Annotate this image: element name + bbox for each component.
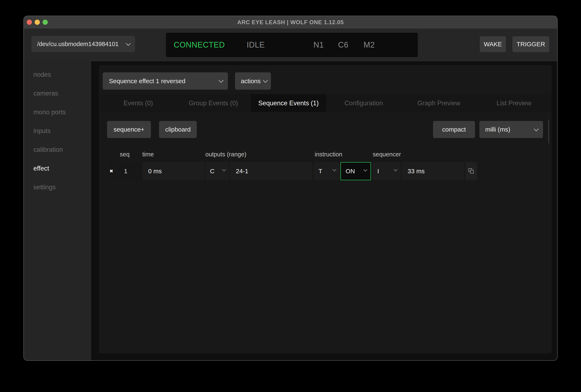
- chevron-down-icon: [126, 41, 131, 46]
- chevron-down-icon: [332, 168, 336, 171]
- desktop: ARC EYE LEASH | WOLF ONE 1.12.05 /dev/cu…: [0, 0, 581, 392]
- sidebar: nodes cameras mono ports inputs calibrat…: [24, 61, 91, 361]
- row-duplicate-button[interactable]: [466, 162, 477, 180]
- zoom-icon[interactable]: [42, 19, 48, 25]
- status-indicator-m2: M2: [364, 40, 375, 49]
- column-header-seq: seq: [120, 151, 130, 158]
- sidebar-item-effect[interactable]: effect: [34, 164, 49, 173]
- tab-events[interactable]: Events (0): [100, 94, 176, 112]
- tab-strip: Events (0) Group Events (0) Sequence Eve…: [100, 94, 552, 112]
- trigger-button[interactable]: TRIGGER: [512, 36, 549, 52]
- body: nodes cameras mono ports inputs calibrat…: [24, 61, 557, 361]
- app-window: ARC EYE LEASH | WOLF ONE 1.12.05 /dev/cu…: [23, 16, 558, 361]
- sidebar-item-mono-ports[interactable]: mono ports: [34, 108, 66, 116]
- title-bar: ARC EYE LEASH | WOLF ONE 1.12.05: [24, 16, 557, 28]
- chevron-down-icon: [363, 168, 367, 171]
- row-delete-button[interactable]: ✖: [107, 162, 116, 180]
- output-range-input[interactable]: 24-1: [230, 162, 312, 180]
- sidebar-item-cameras[interactable]: cameras: [34, 89, 58, 98]
- status-panel: CONNECTED IDLE N1 C6 M2: [166, 33, 418, 57]
- actions-select[interactable]: actions: [235, 72, 271, 90]
- clipboard-button[interactable]: clipboard: [159, 121, 197, 138]
- column-header-outputs: outputs (range): [205, 151, 246, 158]
- effect-select-value: Sequence effect 1 reversed: [109, 77, 185, 85]
- sidebar-item-nodes[interactable]: nodes: [34, 70, 51, 79]
- header: /dev/cu.usbmodem143984101 CONNECTED IDLE…: [24, 28, 557, 61]
- window-title: ARC EYE LEASH | WOLF ONE 1.12.05: [237, 19, 344, 26]
- sidebar-item-calibration[interactable]: calibration: [34, 146, 63, 154]
- instruction-state-select[interactable]: ON: [340, 162, 371, 180]
- chevron-down-icon: [222, 168, 226, 171]
- instruction-type-value: T: [318, 168, 322, 175]
- tab-list-preview[interactable]: List Preview: [476, 94, 552, 112]
- column-header-sequencer: sequencer: [373, 151, 401, 158]
- tab-configuration[interactable]: Configuration: [326, 94, 401, 112]
- instruction-state-value: ON: [346, 168, 355, 175]
- time-unit-value: milli (ms): [485, 126, 510, 133]
- sequencer-duration-input[interactable]: 33 ms: [402, 162, 464, 180]
- chevron-down-icon: [394, 168, 397, 171]
- tab-group-events[interactable]: Group Events (0): [176, 94, 251, 112]
- chevron-down-icon: [534, 126, 539, 131]
- minimize-icon[interactable]: [35, 19, 40, 25]
- serial-port-select[interactable]: /dev/cu.usbmodem143984101: [31, 36, 135, 52]
- time-unit-select[interactable]: milli (ms): [479, 121, 543, 138]
- device-state: IDLE: [247, 40, 264, 49]
- chevron-down-icon: [218, 78, 224, 83]
- copy-icon: [468, 168, 474, 174]
- tab-graph-preview[interactable]: Graph Preview: [401, 94, 476, 112]
- sidebar-item-inputs[interactable]: inputs: [34, 127, 51, 135]
- main-area: Sequence effect 1 reversed actions Event…: [91, 61, 557, 361]
- status-indicator-c6: C6: [338, 40, 348, 49]
- time-input[interactable]: 0 ms: [142, 162, 204, 180]
- wake-button[interactable]: WAKE: [480, 36, 506, 52]
- output-channel-select[interactable]: C: [205, 162, 229, 180]
- effect-panel: Sequence effect 1 reversed actions Event…: [99, 65, 552, 354]
- close-icon[interactable]: [27, 19, 32, 25]
- scrollbar[interactable]: [548, 119, 549, 143]
- compact-button[interactable]: compact: [433, 121, 475, 138]
- row-seq-number: 1: [118, 162, 142, 180]
- column-header-time: time: [142, 151, 154, 158]
- delete-x-icon: ✖: [109, 168, 113, 174]
- output-channel-value: C: [210, 168, 214, 175]
- tab-sequence-events[interactable]: Sequence Events (1): [251, 94, 326, 112]
- sequencer-mode-select[interactable]: I: [373, 162, 401, 180]
- serial-port-value: /dev/cu.usbmodem143984101: [37, 41, 118, 47]
- sequence-add-button[interactable]: sequence+: [107, 121, 151, 138]
- sequencer-mode-value: I: [377, 168, 379, 175]
- instruction-type-select[interactable]: T: [314, 162, 340, 180]
- column-header-instruction: instruction: [315, 151, 342, 158]
- effect-select[interactable]: Sequence effect 1 reversed: [103, 72, 228, 90]
- status-indicator-n1: N1: [314, 40, 324, 49]
- connection-status: CONNECTED: [174, 40, 225, 49]
- chevron-down-icon: [263, 78, 268, 83]
- actions-select-label: actions: [241, 77, 261, 85]
- sidebar-item-settings[interactable]: settings: [34, 183, 56, 191]
